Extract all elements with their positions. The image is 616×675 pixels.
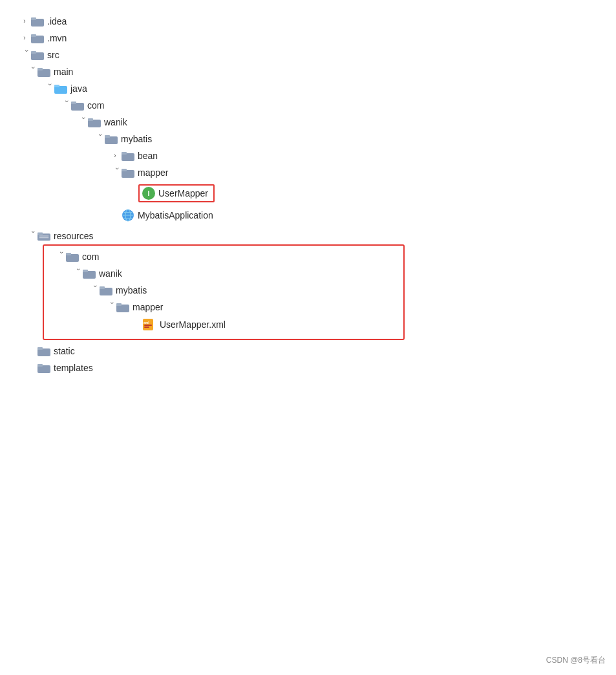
tree-item-mapper[interactable]: › mapper bbox=[19, 164, 597, 181]
res-mybatis-label: mybatis bbox=[116, 286, 147, 295]
chevron-down-icon: › bbox=[59, 100, 70, 111]
svg-text:xml: xml bbox=[143, 321, 149, 325]
resources-section-wrapper: › resources › bbox=[19, 228, 597, 376]
mvn-label: .mvn bbox=[47, 34, 67, 43]
tree-item-com[interactable]: › com bbox=[19, 97, 597, 114]
usermapper-label: UserMapper bbox=[158, 189, 208, 198]
folder-icon-idea bbox=[31, 16, 44, 27]
svg-rect-30 bbox=[66, 253, 71, 255]
mapper-label: mapper bbox=[138, 168, 168, 177]
watermark-text: CSDN @8号看台 bbox=[546, 655, 606, 666]
folder-icon-res-com bbox=[66, 252, 79, 262]
svg-rect-15 bbox=[105, 135, 110, 138]
folder-icon-res-mapper bbox=[116, 302, 129, 312]
chevron-down-icon: › bbox=[26, 231, 36, 241]
svg-rect-13 bbox=[88, 118, 93, 121]
folder-icon-templates bbox=[37, 363, 50, 373]
tree-item-mvn[interactable]: › .mvn bbox=[19, 30, 597, 47]
res-com-label: com bbox=[82, 252, 99, 261]
svg-rect-7 bbox=[37, 68, 43, 70]
bean-label: bean bbox=[138, 151, 158, 160]
tree-item-resources[interactable]: › resources bbox=[19, 228, 597, 244]
folder-icon-mapper bbox=[122, 167, 134, 178]
svg-rect-26 bbox=[37, 233, 43, 235]
tree-item-wanik[interactable]: › wanik bbox=[19, 114, 597, 131]
svg-rect-44 bbox=[37, 364, 43, 367]
chevron-down-icon: › bbox=[26, 67, 36, 77]
chevron-down-icon: › bbox=[76, 117, 87, 127]
svg-rect-11 bbox=[71, 102, 76, 104]
tree-item-res-usermapperxml[interactable]: › xml UserMapper.xml bbox=[44, 316, 403, 334]
src-label: src bbox=[47, 50, 59, 59]
chevron-down-icon: › bbox=[43, 83, 53, 94]
java-label: java bbox=[70, 84, 87, 93]
tree-item-src[interactable]: › src bbox=[19, 47, 597, 63]
chevron-down-icon: › bbox=[105, 302, 115, 312]
wanik-label: wanik bbox=[104, 118, 127, 127]
tree-item-mybatis[interactable]: › mybatis bbox=[19, 131, 597, 147]
tree-item-idea[interactable]: › .idea bbox=[19, 13, 597, 30]
folder-icon-bean bbox=[122, 151, 134, 161]
tree-item-res-mapper[interactable]: › mapper bbox=[44, 299, 403, 316]
xml-file-icon: xml bbox=[142, 319, 156, 330]
folder-icon-src bbox=[31, 50, 44, 60]
chevron-right-icon: › bbox=[19, 16, 30, 27]
tree-item-res-com[interactable]: › com bbox=[44, 248, 403, 265]
chevron-down-icon: › bbox=[19, 50, 30, 60]
templates-label: templates bbox=[54, 363, 93, 372]
res-wanik-label: wanik bbox=[99, 269, 122, 278]
res-usermapperxml-label: UserMapper.xml bbox=[160, 320, 226, 329]
main-label: main bbox=[54, 67, 73, 76]
idea-label: .idea bbox=[47, 17, 67, 26]
resources-label: resources bbox=[54, 231, 93, 241]
chevron-down-icon: › bbox=[93, 134, 103, 144]
svg-rect-3 bbox=[31, 34, 36, 37]
folder-icon-resources bbox=[37, 231, 50, 241]
svg-rect-34 bbox=[100, 286, 105, 289]
folder-icon-java bbox=[54, 83, 67, 94]
app-icon-mybatis bbox=[122, 209, 134, 222]
folder-icon-main bbox=[37, 67, 50, 77]
folder-icon-mvn bbox=[31, 33, 44, 43]
tree-item-static[interactable]: › static bbox=[19, 343, 597, 359]
folder-icon-mybatis bbox=[105, 134, 118, 144]
svg-rect-1 bbox=[31, 17, 36, 20]
tree-item-main[interactable]: › main bbox=[19, 63, 597, 80]
resources-highlight-box: › com › bbox=[43, 244, 405, 340]
svg-rect-42 bbox=[37, 347, 43, 350]
chevron-down-icon: › bbox=[54, 252, 65, 262]
folder-icon-res-mybatis bbox=[100, 285, 112, 295]
folder-icon-res-wanik bbox=[83, 268, 96, 279]
folder-icon-com bbox=[71, 100, 84, 111]
chevron-down-icon: › bbox=[110, 167, 120, 178]
tree-item-mybatisapp[interactable]: › MybatisApplication bbox=[19, 206, 597, 225]
chevron-right-icon: › bbox=[110, 151, 120, 161]
svg-rect-36 bbox=[116, 303, 122, 306]
com-label: com bbox=[87, 101, 104, 110]
tree-item-java[interactable]: › java bbox=[19, 80, 597, 97]
tree-item-res-wanik[interactable]: › wanik bbox=[44, 265, 403, 282]
mybatis-label: mybatis bbox=[121, 134, 152, 144]
tree-item-bean[interactable]: › bean bbox=[19, 147, 597, 164]
svg-rect-17 bbox=[122, 152, 127, 155]
svg-rect-32 bbox=[83, 270, 88, 272]
usermapper-highlight-box: I UserMapper bbox=[138, 184, 215, 202]
svg-rect-9 bbox=[54, 85, 59, 87]
file-tree: › .idea › .mvn › src bbox=[19, 13, 597, 376]
svg-rect-19 bbox=[122, 169, 127, 171]
svg-rect-39 bbox=[144, 327, 149, 328]
interface-icon: I bbox=[142, 187, 155, 200]
res-mapper-label: mapper bbox=[133, 303, 163, 312]
mybatisapp-label: MybatisApplication bbox=[138, 211, 213, 220]
tree-item-templates[interactable]: › templates bbox=[19, 359, 597, 376]
tree-item-res-mybatis[interactable]: › mybatis bbox=[44, 282, 403, 299]
chevron-right-icon: › bbox=[19, 33, 30, 43]
folder-icon-wanik bbox=[88, 117, 101, 127]
folder-icon-static bbox=[37, 346, 50, 356]
chevron-down-icon: › bbox=[71, 268, 81, 279]
svg-rect-5 bbox=[31, 51, 36, 54]
static-label: static bbox=[54, 347, 75, 356]
tree-item-usermapper[interactable]: › I UserMapper bbox=[19, 181, 597, 206]
chevron-down-icon: › bbox=[88, 285, 98, 295]
svg-rect-38 bbox=[144, 325, 152, 326]
